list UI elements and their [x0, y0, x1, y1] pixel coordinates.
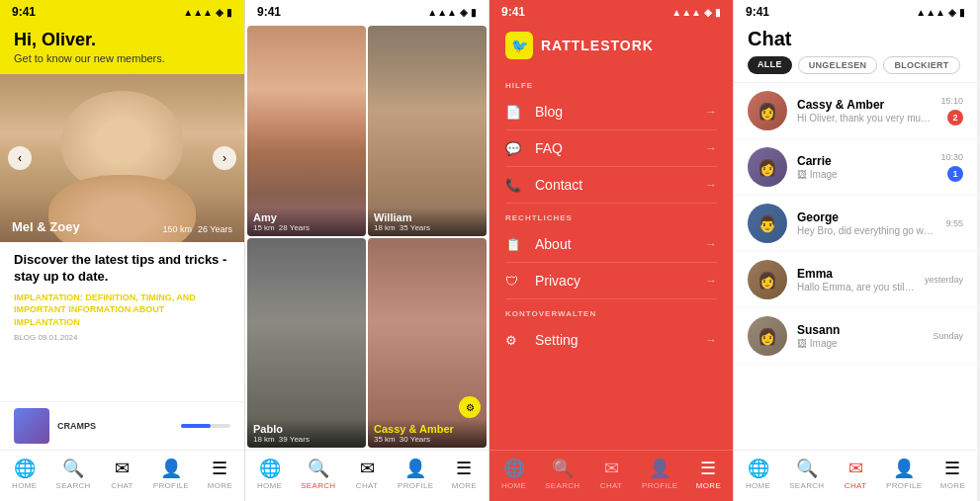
slide-name: Mel & Zoey [12, 219, 80, 234]
hero-section: Hi, Oliver. Get to know our new members. [0, 24, 244, 74]
menu-item-setting[interactable]: ⚙ Setting → [505, 322, 717, 358]
member-slider[interactable]: ‹ › Mel & Zoey 150 km 26 Years [0, 74, 244, 242]
menu-label-setting: Setting [535, 332, 705, 348]
menu-item-faq[interactable]: 💬 FAQ → [505, 130, 717, 167]
chat-body-emma: Emma Hallo Emma, are you still looking? [797, 267, 915, 292]
member-meta-pablo: 18 km 39 Years [253, 435, 360, 444]
age-amy: 28 Years [279, 223, 310, 232]
filter-tabs: ALLE UNGELESEN BLOCKIERT [748, 56, 963, 74]
settings-fab[interactable]: ⚙ [459, 396, 481, 418]
chat-time-cassy-amber: 15:10 [940, 96, 963, 106]
nav-search-1[interactable]: 🔍 SEARCH [48, 458, 97, 490]
nav-profile-1[interactable]: 👤 PROFILE [146, 458, 195, 490]
card-overlay-amy: Amy 15 km 28 Years [247, 208, 366, 236]
chat-right-emma: yesterday [925, 275, 963, 285]
filter-blockiert[interactable]: BLOCKIERT [883, 56, 959, 74]
profile-icon-3: 👤 [649, 458, 670, 479]
chat-body-susann: Susann 🖼 Image [797, 323, 923, 349]
section-label-hilfe: HILFE [505, 81, 717, 90]
nav-search-4[interactable]: 🔍 SEARCH [782, 458, 831, 490]
subtitle: Get to know our new members. [14, 52, 230, 64]
nav-more-2[interactable]: ☰ MORE [440, 458, 489, 490]
bottom-nav-3: 🌐 HOME 🔍 SEARCH ✉ CHAT 👤 PROFILE ☰ MORE [490, 450, 733, 501]
nav-chat-2[interactable]: ✉ CHAT [342, 458, 391, 490]
grid-card-pablo[interactable]: Pablo 18 km 39 Years [247, 238, 366, 449]
preview-icon-susann: 🖼 [797, 338, 810, 349]
chat-name-cassy-amber: Cassy & Amber [797, 98, 931, 112]
slide-prev-button[interactable]: ‹ [8, 146, 32, 170]
nav-more-3[interactable]: ☰ MORE [684, 458, 733, 490]
status-bar-2: 9:41 ▲▲▲ ◈ ▮ [245, 0, 489, 24]
phone-3: 9:41 ▲▲▲ ◈ ▮ 🐦 RATTLESTORK HILFE 📄 Blog … [489, 0, 733, 501]
avatar-face-emma: 👩 [748, 260, 787, 299]
nav-search-3[interactable]: 🔍 SEARCH [538, 458, 586, 490]
home-icon-3: 🌐 [503, 458, 525, 479]
grid-card-cassy[interactable]: ⚙ Cassy & Amber 35 km 30 Years [368, 238, 487, 449]
member-meta-cassy: 35 km 30 Years [374, 435, 481, 444]
chat-body-george: George Hey Bro, did everything go well .… [797, 210, 935, 236]
wifi-icon: ◈ [216, 7, 223, 18]
article-headline: Discover the latest tips and tricks - st… [14, 252, 230, 286]
chat-right-susann: Sunday [933, 331, 963, 341]
menu-item-contact[interactable]: 📞 Contact → [505, 167, 717, 204]
chat-label-4: CHAT [845, 481, 866, 490]
signal-icon: ▲▲▲ [183, 7, 213, 18]
age-william: 35 Years [400, 223, 430, 232]
nav-more-4[interactable]: ☰ MORE [929, 458, 977, 490]
chat-item-carrie[interactable]: 👩 Carrie 🖼 Image 10:30 1 [734, 139, 977, 196]
arrow-contact: → [705, 178, 717, 192]
nav-chat-1[interactable]: ✉ CHAT [98, 458, 146, 490]
menu-item-privacy[interactable]: 🛡 Privacy → [505, 263, 717, 299]
avatar-face-george: 👨 [748, 204, 787, 243]
slide-next-button[interactable]: › [213, 146, 236, 170]
nav-chat-4[interactable]: ✉ CHAT [831, 458, 879, 490]
age-cassy: 30 Years [400, 435, 430, 444]
nav-more-1[interactable]: ☰ MORE [196, 458, 244, 490]
chat-time-george: 9:55 [945, 218, 963, 228]
article-link[interactable]: IMPLANTATION: DEFINITION, TIMING, AND IM… [14, 292, 230, 329]
profile-label-4: PROFILE [886, 481, 922, 490]
nav-home-3[interactable]: 🌐 HOME [490, 458, 538, 490]
chat-item-emma[interactable]: 👩 Emma Hallo Emma, are you still looking… [734, 252, 977, 308]
cramps-progress-fill [181, 424, 211, 428]
slide-age: 26 Years [198, 224, 232, 234]
chat-name-carrie: Carrie [797, 154, 931, 168]
nav-home-4[interactable]: 🌐 HOME [734, 458, 782, 490]
distance-pablo: 18 km [253, 435, 275, 444]
menu-item-about[interactable]: 📋 About → [505, 226, 717, 263]
filter-ungelesen[interactable]: UNGELESEN [798, 56, 878, 74]
filter-alle[interactable]: ALLE [748, 56, 792, 74]
chat-item-susann[interactable]: 👩 Susann 🖼 Image Sunday [734, 308, 977, 365]
bottom-nav-4: 🌐 HOME 🔍 SEARCH ✉ CHAT 👤 PROFILE ☰ MORE [734, 450, 977, 501]
grid-card-amy[interactable]: Amy 15 km 28 Years [247, 26, 366, 236]
search-label-4: SEARCH [789, 481, 824, 490]
chat-item-cassy-amber[interactable]: 👩 Cassy & Amber Hi Oliver, thank you ver… [734, 83, 977, 139]
article-section: Discover the latest tips and tricks - st… [0, 242, 244, 401]
chat-name-george: George [797, 210, 935, 224]
nav-home-1[interactable]: 🌐 HOME [0, 458, 48, 490]
phone-4: 9:41 ▲▲▲ ◈ ▮ Chat ALLE UNGELESEN BLOCKIE… [733, 0, 977, 501]
arrow-faq: → [705, 141, 717, 155]
home-icon-4: 🌐 [748, 458, 769, 479]
time-2: 9:41 [257, 5, 281, 19]
slide-image [0, 74, 244, 242]
photo-amy [247, 26, 366, 236]
nav-home-2[interactable]: 🌐 HOME [245, 458, 294, 490]
chat-label: CHAT [111, 481, 133, 490]
chat-item-george[interactable]: 👨 George Hey Bro, did everything go well… [734, 196, 977, 252]
avatar-george: 👨 [748, 204, 787, 243]
phone-1: 9:41 ▲▲▲ ◈ ▮ Hi, Oliver. Get to know our… [0, 0, 244, 501]
nav-search-2[interactable]: 🔍 SEARCH [294, 458, 342, 490]
chat-preview-carrie: 🖼 Image [797, 169, 931, 180]
member-name-cassy: Cassy & Amber [374, 423, 481, 435]
menu-item-blog[interactable]: 📄 Blog → [505, 94, 717, 130]
nav-chat-3[interactable]: ✉ CHAT [586, 458, 635, 490]
more-label-2: MORE [452, 481, 477, 490]
more-icon-2: ☰ [456, 458, 472, 479]
nav-profile-2[interactable]: 👤 PROFILE [392, 458, 440, 490]
nav-profile-3[interactable]: 👤 PROFILE [636, 458, 684, 490]
menu-label-about: About [535, 236, 705, 252]
grid-card-william[interactable]: William 18 km 35 Years [368, 26, 487, 236]
nav-profile-4[interactable]: 👤 PROFILE [880, 458, 929, 490]
chat-label-2: CHAT [356, 481, 378, 490]
